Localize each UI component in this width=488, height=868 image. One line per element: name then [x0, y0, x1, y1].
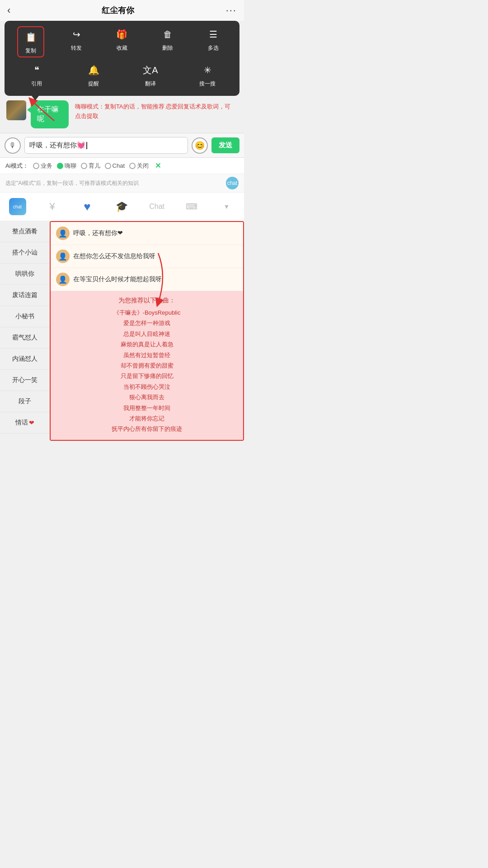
- emoji-button[interactable]: 😊: [192, 137, 208, 154]
- suggestion-text-2: 在想你怎么还不发信息给我呀: [73, 252, 155, 260]
- multiselect-icon: ☰: [205, 26, 221, 42]
- forward-icon: ↪: [68, 26, 84, 42]
- hint-bar: 选定"Ai模式"后，复制一段话，可推荐该模式相关的知识 chat: [0, 174, 244, 193]
- song-item-0[interactable]: 《干嘛去》-BoysRepublic: [55, 307, 239, 318]
- song-item-9: 我用整整一年时间: [55, 403, 239, 413]
- ai-mode-close-label: 关闭: [137, 162, 149, 170]
- sidebar-item-xiaomishu[interactable]: 小秘书: [0, 306, 50, 327]
- ai-mode-child[interactable]: 育儿: [81, 162, 100, 170]
- song-item-5: 却不曾拥有爱的甜蜜: [55, 360, 239, 371]
- song-section-header: 为您推荐以下歌曲：: [55, 297, 239, 305]
- tab-chat[interactable]: Chat: [140, 199, 174, 214]
- yen-icon: ¥: [50, 201, 55, 212]
- keyboard-icon: ⌨: [186, 202, 197, 212]
- chat-small-icon[interactable]: chat: [226, 177, 239, 189]
- tab-yen[interactable]: ¥: [35, 197, 70, 216]
- emoji-icon: 😊: [195, 141, 205, 151]
- tab-bar: chat ¥ ♥ 🎓 Chat ⌨ ▼: [0, 193, 244, 221]
- context-translate[interactable]: 文A 翻译: [137, 62, 164, 88]
- suggestion-avatar-1: 👤: [56, 226, 70, 240]
- voice-button[interactable]: 🎙: [5, 137, 21, 154]
- suggestion-text-1: 呼吸，还有想你❤: [73, 229, 123, 237]
- search-icon: ✳: [199, 62, 216, 78]
- sidebar-item-houhou[interactable]: 哄哄你: [0, 264, 50, 285]
- avatar-icon-1: 👤: [58, 229, 67, 238]
- more-button[interactable]: ···: [226, 5, 237, 16]
- suggestion-text-3: 在等宝贝什么时候才能想起我呀: [73, 275, 162, 283]
- remind-icon: 🔔: [85, 62, 102, 78]
- sidebar-item-neihan[interactable]: 内涵怼人: [0, 349, 50, 370]
- input-bar: 🎙 呼吸，还有想你💓 😊 发送: [0, 133, 244, 158]
- song-item-1: 爱是怎样一种游戏: [55, 318, 239, 328]
- suggestion-avatar-2: 👤: [56, 250, 70, 263]
- ai-mode-business[interactable]: 业务: [33, 162, 52, 170]
- delete-label: 删除: [162, 44, 173, 52]
- annotation-block: 嗨聊模式：复制TA的话，智能推荐 恋爱回复话术及歌词，可点击提取: [69, 100, 238, 123]
- multiselect-label: 多选: [208, 44, 219, 52]
- ai-mode-business-label: 业务: [41, 162, 52, 170]
- song-item-11: 抚平内心所有你留下的痕迹: [55, 424, 239, 434]
- sidebar-item-feihualian[interactable]: 废话连篇: [0, 285, 50, 306]
- song-section: 为您推荐以下歌曲： 《干嘛去》-BoysRepublic 爱是怎样一种游戏 总是…: [51, 291, 243, 440]
- top-bar: ‹ 红尘有你 ···: [0, 0, 244, 21]
- suggestion-2[interactable]: 👤 在想你怎么还不发信息给我呀: [51, 245, 243, 268]
- sidebar-item-duanzi[interactable]: 段子: [0, 391, 50, 412]
- sidebar: 整点酒肴 搭个小讪 哄哄你 废话连篇 小秘书 霸气怼人 内涵怼人 开心一笑 段子…: [0, 221, 50, 441]
- tab-heart[interactable]: ♥: [70, 196, 104, 217]
- avatar-icon-3: 👤: [58, 275, 67, 284]
- page-title: 红尘有你: [102, 5, 134, 16]
- ai-mode-close[interactable]: 关闭: [129, 162, 149, 170]
- remind-label: 提醒: [88, 80, 99, 88]
- suggestion-1[interactable]: 👤 呼吸，还有想你❤: [51, 222, 243, 245]
- song-item-2: 总是叫人目眩神迷: [55, 329, 239, 339]
- close-ai-button[interactable]: ✕: [155, 161, 161, 170]
- ai-mode-child-label: 育儿: [89, 162, 100, 170]
- ai-mode-chat[interactable]: Chat: [105, 162, 125, 169]
- radio-haichat: [57, 163, 63, 169]
- collect-icon: 🎁: [114, 26, 130, 42]
- context-search[interactable]: ✳ 搜一搜: [194, 62, 221, 88]
- sidebar-item-qinghua[interactable]: 情话 ❤: [0, 412, 50, 434]
- context-menu-row-2: ❝ 引用 🔔 提醒 文A 翻译 ✳ 搜一搜: [8, 62, 236, 88]
- sidebar-item-kaixin[interactable]: 开心一笑: [0, 370, 50, 391]
- context-copy[interactable]: 📋 复制: [17, 26, 44, 57]
- song-item-8: 狠心离我而去: [55, 392, 239, 402]
- chat-tab-label: Chat: [149, 203, 164, 211]
- qinghua-label: 情话: [15, 419, 28, 427]
- suggestion-3[interactable]: 👤 在等宝贝什么时候才能想起我呀: [51, 268, 243, 291]
- context-collect[interactable]: 🎁 收藏: [108, 26, 136, 57]
- delete-icon: 🗑: [160, 26, 176, 42]
- send-button[interactable]: 发送: [211, 137, 239, 153]
- cursor: [86, 142, 87, 149]
- heart-decoration: ❤: [29, 419, 34, 426]
- hint-text: 选定"Ai模式"后，复制一段话，可推荐该模式相关的知识: [5, 179, 139, 187]
- avatar-icon-2: 👤: [58, 252, 67, 261]
- context-remind[interactable]: 🔔 提醒: [80, 62, 107, 88]
- message-input[interactable]: 呼吸，还有想你💓: [24, 137, 188, 154]
- main-content: 整点酒肴 搭个小讪 哄哄你 废话连篇 小秘书 霸气怼人 内涵怼人 开心一笑 段子…: [0, 221, 244, 441]
- context-quote[interactable]: ❝ 引用: [23, 62, 50, 88]
- song-item-7: 当初不顾伤心哭泣: [55, 382, 239, 392]
- tab-grad[interactable]: 🎓: [104, 197, 139, 216]
- context-forward[interactable]: ↪ 转发: [63, 26, 90, 57]
- context-delete[interactable]: 🗑 删除: [154, 26, 181, 57]
- sidebar-item-sogeshan[interactable]: 搭个小讪: [0, 242, 50, 264]
- tab-robot[interactable]: chat: [0, 194, 35, 219]
- back-button[interactable]: ‹: [7, 5, 10, 16]
- sidebar-item-baqi[interactable]: 霸气怼人: [0, 327, 50, 349]
- radio-close: [129, 163, 136, 169]
- ai-mode-chat-label: Chat: [113, 162, 125, 169]
- tab-keyboard[interactable]: ⌨: [174, 198, 209, 215]
- radio-business: [33, 163, 39, 169]
- ai-mode-bar: Ai模式： 业务 嗨聊 育儿 Chat 关闭 ✕: [0, 158, 244, 174]
- ai-mode-haichat[interactable]: 嗨聊: [57, 162, 76, 170]
- robot-icon: chat: [9, 198, 26, 215]
- sidebar-item-zhengdian[interactable]: 整点酒肴: [0, 221, 50, 242]
- radio-child: [81, 163, 87, 169]
- ai-mode-label: Ai模式：: [5, 162, 28, 170]
- translate-label: 翻译: [145, 80, 156, 88]
- context-multiselect[interactable]: ☰ 多选: [200, 26, 227, 57]
- suggestion-avatar-3: 👤: [56, 273, 70, 286]
- tab-arrow[interactable]: ▼: [209, 199, 244, 214]
- forward-label: 转发: [71, 44, 82, 52]
